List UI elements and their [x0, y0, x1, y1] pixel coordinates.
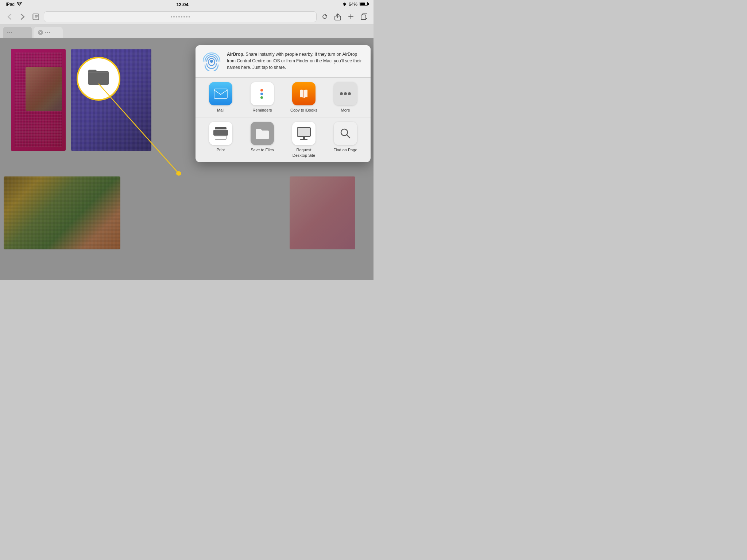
svg-point-5	[210, 60, 213, 63]
airdrop-section: AirDrop. Share instantly with people nea…	[196, 45, 371, 78]
print-top	[215, 127, 227, 129]
monitor-screen-top	[297, 127, 311, 137]
mail-label: Mail	[217, 108, 224, 113]
tab-item-2[interactable]: ✕	[34, 27, 63, 38]
url-bar[interactable]	[44, 11, 317, 22]
folder-icon-highlight	[77, 57, 120, 101]
action-mail[interactable]: Mail	[201, 82, 240, 113]
navigation-bar	[0, 9, 374, 25]
action-more[interactable]: More	[326, 82, 365, 113]
device-label: iPad	[6, 2, 15, 7]
tab-bar: ✕	[0, 25, 374, 38]
actions-row-1: Mail	[196, 78, 371, 117]
reminders-label: Reminders	[252, 108, 272, 113]
mail-icon-box	[209, 82, 232, 105]
status-right: ✱ 64%	[343, 2, 368, 7]
save-files-icon-box	[251, 122, 274, 145]
action-find-on-page[interactable]: Find on Page	[326, 122, 365, 158]
bookmarks-button[interactable]	[31, 12, 41, 22]
reminder-row-3	[260, 96, 264, 99]
monitor-base	[300, 139, 307, 140]
svg-point-8	[344, 92, 347, 95]
battery-percent: 64%	[349, 2, 357, 7]
more-icon-box	[334, 82, 357, 105]
reload-button[interactable]	[320, 12, 330, 22]
share-button[interactable]	[333, 12, 343, 22]
monitor-icon	[297, 127, 311, 140]
time-display: 12:04	[176, 2, 188, 7]
action-save-to-files[interactable]: Save to Files	[243, 122, 282, 158]
ibooks-icon-box	[292, 82, 316, 105]
print-label: Print	[217, 147, 225, 152]
reminder-dot-green	[260, 96, 263, 99]
status-bar: iPad 12:04 ✱ 64%	[0, 0, 374, 9]
airdrop-title: AirDrop.	[227, 52, 244, 57]
tab-close-button[interactable]: ✕	[38, 30, 43, 35]
more-label: More	[341, 108, 350, 113]
request-desktop-label: RequestDesktop Site	[293, 147, 315, 158]
find-icon-box	[334, 122, 357, 145]
save-files-label: Save to Files	[251, 147, 274, 152]
action-request-desktop[interactable]: RequestDesktop Site	[285, 122, 323, 158]
reminders-icon-box	[251, 82, 274, 105]
reminder-dot-orange	[260, 89, 263, 92]
status-left: iPad	[6, 2, 22, 7]
reminder-dot-blue	[260, 93, 263, 95]
svg-line-11	[347, 135, 350, 138]
action-reminders[interactable]: Reminders	[243, 82, 282, 113]
forward-button[interactable]	[18, 12, 28, 22]
folder-icon	[88, 67, 109, 90]
wifi-icon	[17, 2, 22, 7]
svg-point-7	[340, 92, 343, 95]
print-body-icon	[213, 127, 228, 140]
airdrop-description: AirDrop. Share instantly with people nea…	[227, 51, 365, 71]
main-content: AirDrop. Share instantly with people nea…	[0, 38, 374, 280]
monitor-neck	[303, 137, 305, 139]
desktop-icon-box	[292, 122, 316, 145]
bluetooth-icon: ✱	[343, 2, 347, 7]
svg-point-9	[348, 92, 351, 95]
airdrop-icon	[201, 51, 222, 71]
svg-rect-2	[361, 15, 366, 20]
share-panel: AirDrop. Share instantly with people nea…	[196, 45, 371, 162]
action-print[interactable]: Print	[201, 122, 240, 158]
print-mid	[213, 130, 228, 136]
reminder-row-1	[260, 89, 264, 92]
reminders-list-icon	[258, 86, 267, 102]
svg-rect-6	[214, 89, 227, 98]
action-copy-ibooks[interactable]: Copy to iBooks	[285, 82, 323, 113]
actions-row-2: Print Save to Files	[196, 117, 371, 162]
print-bottom	[215, 136, 227, 140]
reminder-row-2	[260, 93, 264, 95]
add-tab-button[interactable]	[346, 12, 356, 22]
tab-item-1[interactable]	[3, 27, 32, 38]
tabs-overview-button[interactable]	[359, 12, 369, 22]
copy-ibooks-label: Copy to iBooks	[290, 108, 317, 113]
print-icon-box	[209, 122, 232, 145]
airdrop-body: Share instantly with people nearby. If t…	[227, 52, 362, 70]
back-button[interactable]	[4, 12, 15, 22]
find-on-page-label: Find on Page	[333, 147, 357, 152]
battery-icon	[360, 2, 368, 7]
